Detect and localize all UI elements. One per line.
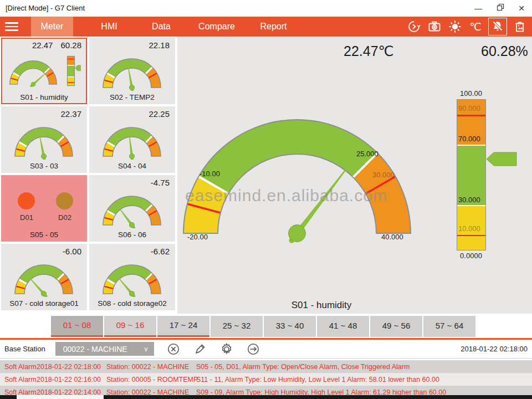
close-button[interactable]: ✕ — [512, 0, 531, 17]
settings-icon[interactable] — [219, 342, 234, 356]
level-bar-alarm-line — [457, 115, 485, 116]
window-title: [Direct Mode] - G7 Client — [6, 4, 85, 12]
bar-label-10: 10.000 — [458, 224, 480, 233]
alarm-ac1: Soft Alarm — [4, 376, 37, 383]
chevron-down-icon: ∨ — [144, 345, 154, 353]
meter-tile-s01[interactable]: 22.4760.28S01 - humidity — [1, 38, 87, 104]
temperature-reading: 22.47℃ — [344, 43, 394, 59]
gauge-label-high: 25.000 — [356, 150, 378, 158]
tab-report[interactable]: Report — [250, 17, 297, 37]
switch-label: D02 — [53, 213, 76, 222]
edit-icon[interactable] — [193, 342, 207, 356]
meter-tile-s02[interactable]: 22.18S02 - TEMP2 — [89, 38, 175, 104]
tile-level-bar — [66, 55, 81, 86]
tab-meter[interactable]: Meter — [31, 17, 73, 37]
tile-gauge — [6, 55, 61, 87]
gauge-label-max: 40.000 — [381, 233, 403, 241]
tab-hmi[interactable]: HMI — [84, 17, 134, 37]
watermark: easemind.en.alibaba.com — [185, 186, 387, 205]
g7-client-window: [Direct Mode] - G7 Client — ✕ Meter HMI … — [0, 0, 532, 399]
bar-label-min: 0.0000 — [454, 252, 488, 260]
tile-label: S07 - cold storage01 — [1, 299, 87, 308]
meter-tile-s04[interactable]: 22.25S04 - 04 — [89, 106, 175, 173]
export-icon[interactable] — [246, 342, 260, 356]
bar-label-70: 70.000 — [458, 135, 480, 143]
tile-label: S04 - 04 — [89, 162, 175, 170]
range-tab-1[interactable]: 01 ~ 08 — [51, 316, 103, 337]
tile-values: 22.25 — [149, 109, 170, 119]
tile-label: S01 - humidity — [1, 93, 87, 101]
image-trash-icon[interactable] — [512, 19, 528, 34]
level-bar-gap — [457, 145, 485, 146]
alarm-ac3: Station: 00005 - ROOMTEMP — [106, 376, 196, 383]
tab-data[interactable]: Data — [136, 17, 186, 37]
alarm-mute-icon[interactable] — [488, 18, 507, 35]
switch-indicator-icon — [18, 192, 35, 209]
tile-label: S02 - TEMP2 — [89, 93, 175, 101]
station-dropdown[interactable]: 00022 - MACHINE ∨ — [55, 342, 154, 356]
humidity-reading: 60.28% — [481, 43, 528, 59]
tile-label: S08 - cold storage02 — [89, 299, 175, 308]
alarm-ac2: 2018-01-22 02:18:00 — [37, 363, 106, 371]
meter-tile-s06[interactable]: -4.75S06 - 06 — [89, 175, 175, 242]
meter-tile-s03[interactable]: 22.37S03 - 03 — [1, 106, 87, 173]
camera-icon[interactable] — [427, 19, 442, 34]
main-panel: 22.47℃ 60.28% -10.00 25.000 30.000 -20.0… — [177, 37, 532, 314]
gauge-label-min: -20.00 — [187, 233, 208, 241]
title-bar: [Direct Mode] - G7 Client — ✕ — [0, 0, 532, 17]
gauge-label-alarm-high: 30.000 — [372, 171, 395, 179]
tile-label: S03 - 03 — [1, 162, 87, 170]
minimize-button[interactable]: — — [469, 0, 488, 17]
menu-icon[interactable] — [0, 17, 27, 37]
bar-label-30: 30.000 — [458, 196, 480, 204]
history-icon[interactable] — [406, 19, 422, 34]
tile-values: -6.62 — [151, 247, 170, 256]
range-tab-2[interactable]: 09 ~ 16 — [104, 316, 156, 337]
bar-label-90: 90.000 — [458, 104, 480, 112]
bottom-edge — [0, 395, 532, 399]
celsius-icon[interactable]: ℃ — [468, 19, 483, 34]
bar-label-max: 100.00 — [454, 89, 488, 98]
restore-button[interactable] — [491, 0, 510, 17]
level-bar-gap — [457, 205, 485, 206]
nav-bar: Meter HMI Data Compare Report — [0, 17, 532, 37]
tab-compare[interactable]: Compare — [189, 17, 244, 37]
meter-tile-s05[interactable]: D01D02S05 - 05 — [1, 175, 87, 242]
level-pointer-icon — [486, 152, 517, 166]
nav-icon-group: ℃ — [406, 17, 532, 37]
restore-icon — [497, 3, 504, 11]
alarm-ac3: Station: 00022 - MACHINE — [106, 363, 196, 371]
alarm-list: Soft Alarm2018-01-22 02:18:00Station: 00… — [0, 360, 532, 398]
tile-gauge — [98, 190, 166, 228]
range-tab-6[interactable]: 41 ~ 48 — [317, 316, 369, 337]
meter-tile-s08[interactable]: -6.62S08 - cold storage02 — [89, 244, 175, 310]
current-timestamp: 2018-01-22 02:18:00 — [461, 345, 528, 353]
tile-label: S05 - 05 — [1, 231, 87, 239]
switch-indicator-icon — [56, 192, 73, 209]
alarm-ac4: S11 - 11, Alarm Type: Low Humidity, Low … — [196, 376, 532, 383]
gauge-label-low: -10.00 — [200, 170, 220, 178]
meter-tile-grid: 22.4760.28S01 - humidity22.18S02 - TEMP2… — [1, 38, 176, 310]
tile-values: 22.37 — [60, 109, 81, 119]
brightness-icon[interactable] — [447, 19, 463, 34]
level-bar-alarm-line — [457, 235, 485, 237]
bottom-toolbar: Base Station 00022 - MACHINE ∨ 20 — [0, 340, 532, 359]
alarm-row[interactable]: Soft Alarm2018-01-22 02:16:00Station: 00… — [0, 373, 532, 386]
range-tab-5[interactable]: 33 ~ 40 — [264, 316, 316, 337]
cancel-icon[interactable] — [166, 342, 181, 356]
range-tab-7[interactable]: 49 ~ 56 — [370, 316, 422, 337]
alarm-row[interactable]: Soft Alarm2018-01-22 02:18:00Station: 00… — [0, 360, 532, 373]
tile-values: -6.00 — [63, 247, 81, 256]
range-tab-8[interactable]: 57 ~ 64 — [423, 316, 475, 337]
range-tab-4[interactable]: 25 ~ 32 — [211, 316, 263, 337]
tile-gauge — [98, 258, 166, 297]
tile-gauge — [10, 258, 78, 297]
tile-gauge — [98, 52, 166, 91]
tile-values: 22.18 — [149, 40, 170, 50]
base-station-label: Base Station — [4, 345, 45, 353]
range-tab-3[interactable]: 17 ~ 24 — [157, 316, 209, 337]
tile-values: -4.75 — [151, 178, 170, 187]
alarm-ac2: 2018-01-22 02:16:00 — [37, 376, 106, 383]
main-gauge — [181, 111, 413, 247]
meter-tile-s07[interactable]: -6.00S07 - cold storage01 — [1, 244, 87, 310]
